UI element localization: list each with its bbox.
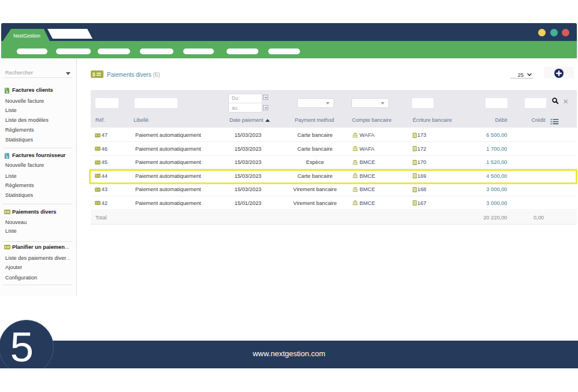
svg-text:$: $	[95, 202, 97, 205]
svg-text:$: $	[92, 72, 95, 77]
svg-text:$: $	[95, 161, 97, 164]
svg-text:$: $	[95, 134, 97, 137]
svg-text:$: $	[5, 210, 6, 214]
svg-text:$: $	[95, 148, 97, 151]
svg-text:$: $	[5, 245, 6, 249]
svg-text:$: $	[95, 188, 97, 191]
